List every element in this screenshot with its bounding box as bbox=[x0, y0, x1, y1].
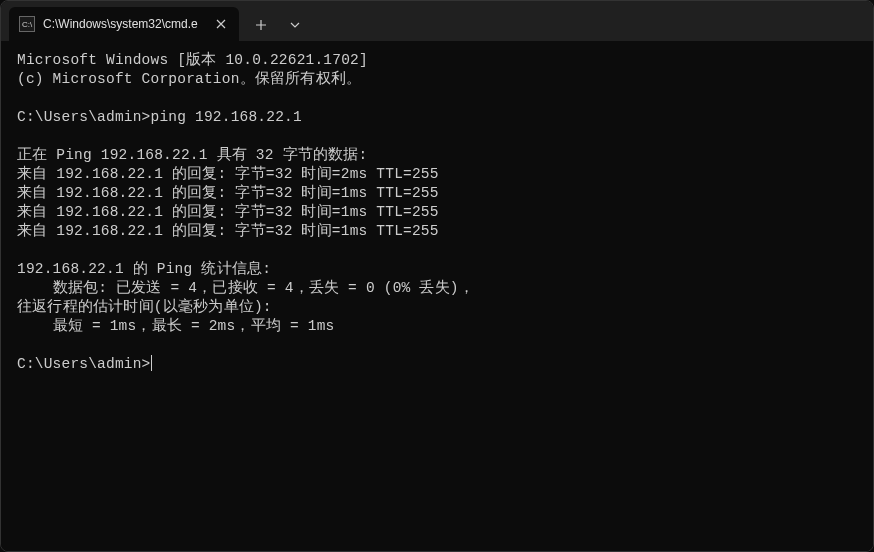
tab-dropdown-button[interactable] bbox=[279, 9, 311, 41]
stats-rtt-values: 最短 = 1ms，最长 = 2ms，平均 = 1ms bbox=[17, 318, 334, 334]
cursor bbox=[151, 355, 152, 371]
prompt: C:\Users\admin> bbox=[17, 356, 151, 372]
ping-header: 正在 Ping 192.168.22.1 具有 32 字节的数据: bbox=[17, 147, 367, 163]
version-line: Microsoft Windows [版本 10.0.22621.1702] bbox=[17, 52, 368, 68]
tab-title: C:\Windows\system32\cmd.e bbox=[43, 17, 205, 31]
ping-reply: 来自 192.168.22.1 的回复: 字节=32 时间=2ms TTL=25… bbox=[17, 166, 439, 182]
ping-reply: 来自 192.168.22.1 的回复: 字节=32 时间=1ms TTL=25… bbox=[17, 223, 439, 239]
cmd-icon: C:\ bbox=[19, 16, 35, 32]
copyright-line: (c) Microsoft Corporation。保留所有权利。 bbox=[17, 71, 361, 87]
stats-rtt-header: 往返行程的估计时间(以毫秒为单位): bbox=[17, 299, 272, 315]
tab-cmd[interactable]: C:\ C:\Windows\system32\cmd.e bbox=[9, 7, 239, 41]
new-tab-button[interactable] bbox=[245, 9, 277, 41]
stats-header: 192.168.22.1 的 Ping 统计信息: bbox=[17, 261, 271, 277]
close-icon[interactable] bbox=[213, 16, 229, 32]
terminal-output[interactable]: Microsoft Windows [版本 10.0.22621.1702] (… bbox=[1, 41, 873, 551]
command-text: ping 192.168.22.1 bbox=[151, 109, 302, 125]
titlebar: C:\ C:\Windows\system32\cmd.e bbox=[1, 1, 873, 41]
ping-reply: 来自 192.168.22.1 的回复: 字节=32 时间=1ms TTL=25… bbox=[17, 185, 439, 201]
stats-packets: 数据包: 已发送 = 4，已接收 = 4，丢失 = 0 (0% 丢失)， bbox=[17, 280, 474, 296]
ping-reply: 来自 192.168.22.1 的回复: 字节=32 时间=1ms TTL=25… bbox=[17, 204, 439, 220]
tab-group: C:\ C:\Windows\system32\cmd.e bbox=[1, 1, 311, 41]
prompt: C:\Users\admin> bbox=[17, 109, 151, 125]
